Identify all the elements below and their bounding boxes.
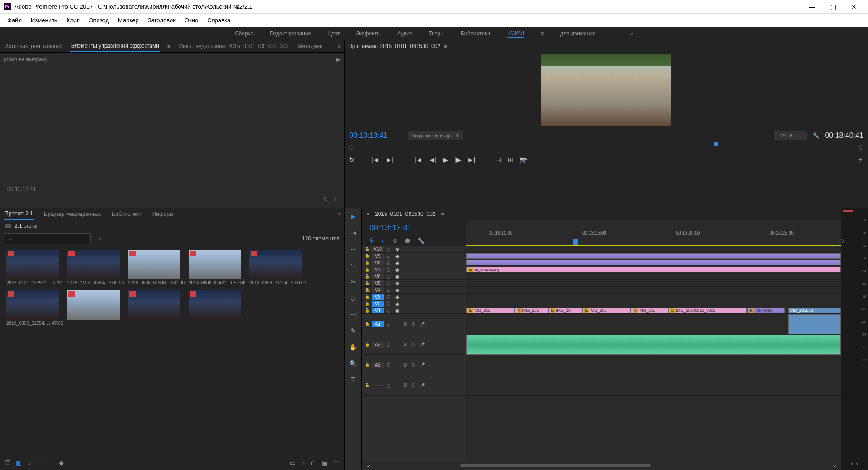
timeline-clip[interactable]: fxIMG_20180812_0921 (668, 308, 747, 313)
play-icon[interactable]: ▶ (443, 156, 448, 163)
timeline-sequence-name[interactable]: 2015_0101_061530_002 (375, 211, 435, 217)
pen-tool-icon[interactable]: ✎ (348, 326, 358, 336)
lock-icon[interactable]: 🔒 (365, 267, 369, 272)
lock-icon[interactable]: 🔒 (365, 254, 369, 258)
project-item[interactable] (67, 290, 120, 326)
resolution-dropdown[interactable]: 1/2▾ (775, 131, 807, 140)
mark-out-icon[interactable]: ►| (385, 156, 394, 163)
solo-left-icon[interactable]: S (851, 462, 853, 466)
workspace-audio[interactable]: Аудио (397, 29, 413, 38)
solo-button[interactable]: S (412, 322, 415, 327)
play-arrow-icon[interactable]: ▶ (336, 56, 341, 63)
zoom-tool-icon[interactable]: 🔍 (348, 358, 358, 368)
search-input[interactable]: ⌕ (5, 233, 91, 244)
track-row[interactable]: fxIMG_201 fxIMG_201 fxIMG_20 fxIMG_201 f… (466, 307, 841, 314)
step-back-icon[interactable]: ◄| (429, 156, 437, 163)
tab-libraries[interactable]: Библиотеки (111, 209, 142, 219)
eye-icon[interactable]: ◉ (395, 281, 402, 286)
workspace-assembly[interactable]: Сборка (235, 29, 254, 38)
lock-icon[interactable]: 🔒 (365, 383, 369, 387)
tab-project[interactable]: Проект: 2.1 (4, 209, 34, 220)
new-bin-icon[interactable]: 🗀 (310, 459, 317, 466)
mic-icon[interactable]: 🎤 (419, 383, 425, 388)
mic-icon[interactable]: 🎤 (419, 322, 425, 327)
magnet-icon[interactable]: ∩ (381, 237, 385, 244)
timeline-tracks[interactable]: fxne_skazki.png fxIMG_201 fxIMG_201 fxIM… (466, 246, 841, 461)
timeline-clip[interactable]: VID_201808 (788, 308, 841, 313)
timeline-clip[interactable]: fxIMG_201 (582, 308, 631, 313)
lock-icon[interactable]: 🔒 (365, 362, 369, 367)
menu-file[interactable]: Файл (4, 15, 25, 25)
audio-track-row[interactable] (466, 355, 841, 375)
timeline-clip[interactable]: fxIMG_201 (515, 308, 548, 313)
mute-button[interactable]: M (404, 383, 407, 388)
workspace-overflow-icon[interactable]: » (630, 30, 634, 37)
workspace-motion[interactable]: для движения (560, 29, 595, 38)
eye-icon[interactable]: ◉ (395, 301, 402, 306)
project-item[interactable]: 2018_0808_00594...3:00:00 (67, 250, 120, 285)
lock-icon[interactable]: 🔒 (365, 288, 369, 292)
project-item[interactable]: 2018_0808_01390...3:00:00 (128, 250, 180, 285)
solo-button[interactable]: S (412, 342, 415, 347)
track-row[interactable] (466, 273, 841, 280)
program-viewer[interactable]: 00:13:13:41 По размеру кадра▾ 1/2▾ 🔧 00:… (345, 53, 868, 208)
program-playhead[interactable] (714, 142, 718, 146)
lock-icon[interactable]: 🔒 (365, 301, 369, 306)
timeline-playhead[interactable] (575, 220, 575, 246)
mic-icon[interactable]: 🎤 (419, 342, 425, 347)
workspace-libraries[interactable]: Библиотеки (461, 29, 490, 38)
menu-clip[interactable]: Клип (63, 15, 83, 25)
lock-icon[interactable]: 🔒 (365, 294, 369, 299)
tab-metadata[interactable]: Метаданн (297, 41, 323, 51)
track-row[interactable] (466, 300, 841, 307)
tab-info[interactable]: Информ (151, 209, 175, 219)
timeline-tab-close-icon[interactable]: × (366, 211, 370, 217)
menu-edit[interactable]: Изменить (27, 15, 61, 25)
sync-lock-icon[interactable]: ◱ (386, 308, 393, 313)
sync-lock-icon[interactable]: ◱ (386, 260, 393, 265)
settings-icon[interactable]: 🔧 (417, 237, 424, 244)
new-item-icon[interactable]: ▣ (322, 459, 328, 466)
program-menu-icon[interactable]: ≡ (444, 44, 447, 49)
type-tool-icon[interactable]: T (348, 375, 358, 385)
video-track-header[interactable]: 🔒V4◱◉ (362, 287, 466, 294)
timeline-clip[interactable]: fx4nx7bxso (747, 308, 785, 313)
sync-lock-icon[interactable]: ◱ (386, 267, 393, 272)
menu-title[interactable]: Заголовок (144, 15, 179, 25)
go-to-in-icon[interactable]: |◄ (414, 156, 423, 163)
fx-badge-icon[interactable]: fx (349, 156, 354, 163)
zoom-out-handle[interactable]: ○ (366, 462, 370, 469)
sort-icon[interactable]: ◆ (59, 459, 64, 466)
eye-icon[interactable]: ◉ (395, 254, 402, 259)
mic-icon[interactable]: 🎤 (419, 362, 425, 367)
project-item[interactable]: 2018_0808_01420...1:37:00 (189, 250, 241, 285)
timeline-clip[interactable]: fxIMG_201 (631, 308, 668, 313)
tab-media-browser[interactable]: Браузер медиаданных (43, 209, 102, 219)
mute-button[interactable]: M (404, 362, 407, 367)
program-timeline-ruler[interactable] (349, 144, 863, 151)
timeline-ruler[interactable]: 00:13:10:00 00:13:15:00 00:13:20:00 00:1… (466, 220, 841, 246)
button-editor-icon[interactable]: ＋ (857, 156, 863, 164)
tabs-overflow-icon[interactable]: » (337, 43, 341, 49)
slip-tool-icon[interactable]: |↔| (348, 309, 358, 319)
lock-icon[interactable]: 🔒 (365, 322, 369, 326)
solo-right-icon[interactable]: S (856, 462, 858, 466)
marker-icon[interactable]: ⬢ (405, 237, 410, 244)
sync-lock-icon[interactable]: ◱ (386, 322, 393, 327)
video-track-header[interactable]: 🔒V1◱◉ (362, 307, 466, 314)
lock-icon[interactable]: 🔒 (365, 274, 369, 279)
maximize-button[interactable]: ▢ (823, 0, 844, 14)
workspace-titles[interactable]: Титры (429, 29, 444, 38)
close-button[interactable]: ✕ (844, 0, 864, 14)
mute-button[interactable]: M (404, 342, 407, 347)
solo-button[interactable]: S (412, 383, 415, 388)
rolling-tool-icon[interactable]: ⇋ (348, 260, 358, 270)
video-track-header[interactable]: 🔒V5◱◉ (362, 280, 466, 287)
sync-lock-icon[interactable]: ◱ (386, 301, 393, 306)
timeline-clip[interactable] (466, 253, 841, 259)
zoom-slider[interactable]: ○───── (27, 459, 54, 466)
eye-icon[interactable]: ◉ (395, 308, 402, 313)
lock-icon[interactable]: 🔒 (365, 247, 369, 251)
find-icon[interactable]: ⌕ (301, 459, 305, 466)
tab-menu-icon[interactable]: ≡ (167, 44, 170, 49)
